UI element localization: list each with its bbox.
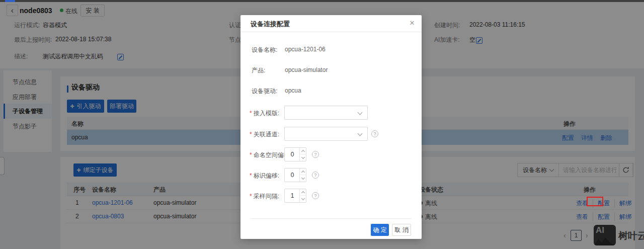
field-value-product: opcua-simulator [285, 66, 328, 73]
namespace-offset-value: 0 [285, 148, 300, 161]
top-edge-accent [5, 0, 15, 2]
top-edge-strip [0, 0, 644, 2]
channel-select[interactable] [284, 127, 368, 141]
stepper-up-icon[interactable] [300, 189, 306, 196]
field-value-device-name: opcua-1201-06 [285, 46, 326, 53]
chevron-down-icon [358, 131, 363, 136]
field-label-channel: *关联通道: [250, 130, 279, 139]
ok-button-label: 确 定 [373, 226, 386, 234]
close-icon[interactable]: × [410, 18, 415, 28]
required-mark: * [250, 172, 252, 179]
dialog-footer-divider [251, 218, 412, 219]
id-offset-input[interactable]: 0 [284, 168, 306, 182]
required-mark: * [250, 151, 252, 158]
annotation-highlight-box [587, 197, 603, 206]
stepper-down-icon[interactable] [300, 196, 306, 202]
ok-button[interactable]: 确 定 [371, 224, 389, 236]
field-label-product: 产品: [252, 66, 265, 75]
field-label-access-template: *接入模版: [250, 109, 279, 118]
namespace-offset-input[interactable]: 0 [284, 147, 306, 161]
stepper-up-icon[interactable] [300, 148, 306, 154]
required-mark: * [250, 193, 252, 200]
help-icon[interactable] [371, 130, 378, 137]
number-stepper [299, 169, 306, 182]
field-label-sample-interval: *采样间隔: [250, 192, 279, 201]
number-stepper [299, 189, 306, 202]
device-connect-config-dialog: 设备连接配置 × 设备名称: opcua-1201-06 产品: opcua-s… [240, 15, 422, 239]
access-template-select[interactable] [284, 106, 368, 120]
cancel-button-label: 取 消 [394, 226, 408, 234]
help-icon[interactable] [312, 192, 319, 199]
dialog-title: 设备连接配置 [251, 20, 290, 29]
required-mark: * [250, 110, 252, 117]
help-icon[interactable] [312, 151, 319, 158]
number-stepper [299, 148, 306, 161]
field-value-device-driver: opcua [285, 87, 301, 94]
chevron-down-icon [358, 110, 363, 115]
screen: ‹ node0803 在线 安 装 运行模式: 容器模式 认证方 创建时间: 2… [0, 0, 644, 249]
field-label-id-offset: *标识偏移: [250, 172, 279, 180]
field-label-device-driver: 设备驱动: [252, 87, 277, 96]
field-label-device-name: 设备名称: [252, 46, 277, 54]
id-offset-value: 0 [285, 169, 300, 182]
cancel-button[interactable]: 取 消 [392, 224, 411, 236]
help-icon[interactable] [312, 172, 319, 179]
stepper-up-icon[interactable] [300, 169, 306, 175]
required-mark: * [250, 131, 252, 138]
stepper-down-icon[interactable] [300, 175, 306, 182]
stepper-down-icon[interactable] [300, 154, 306, 161]
sample-interval-input[interactable]: 1 [284, 189, 306, 203]
sample-interval-value: 1 [285, 189, 300, 202]
dialog-header: 设备连接配置 × [240, 15, 422, 32]
